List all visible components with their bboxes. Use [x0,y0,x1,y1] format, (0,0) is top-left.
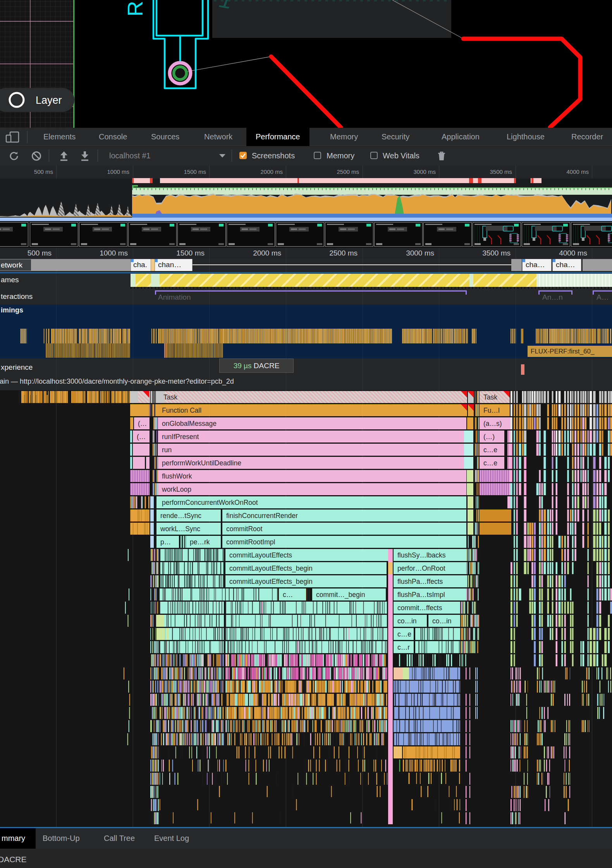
svg-text:c…: c… [283,591,293,599]
svg-text:co…in: co…in [397,617,417,625]
svg-text:commitLayoutEffects_begin: commitLayoutEffects_begin [229,564,313,573]
svg-text:p…: p… [160,538,171,546]
svg-text:co…in: co…in [432,617,452,625]
svg-text:Fu…l: Fu…l [483,407,500,414]
svg-text:c…e: c…e [483,446,497,454]
svg-text:c…e: c…e [483,459,497,467]
svg-text:onGlobalMessage: onGlobalMessage [162,420,217,427]
svg-text:c…r: c…r [397,643,410,651]
svg-text:workLoop: workLoop [162,485,191,493]
svg-text:commit…ffects: commit…ffects [397,604,442,612]
svg-text:performWorkUntilDeadline: performWorkUntilDeadline [162,459,241,467]
svg-text:flushPa…tsImpl: flushPa…tsImpl [397,591,445,599]
svg-text:Task: Task [483,393,497,401]
svg-text:flushSy…lbacks: flushSy…lbacks [397,551,446,559]
svg-text:performConcurrentWorkOnRoot: performConcurrentWorkOnRoot [162,499,258,506]
svg-text:c…e: c…e [397,630,411,638]
svg-text:pe…rk: pe…rk [190,538,210,546]
svg-text:(…: (… [138,420,147,427]
svg-text:flushWork: flushWork [162,472,192,480]
svg-text:commitLayoutEffects: commitLayoutEffects [229,551,292,559]
svg-text:commitRootImpl: commitRootImpl [226,538,275,546]
svg-text:run: run [162,446,172,454]
svg-text:commitLayoutEffects_begin: commitLayoutEffects_begin [229,578,313,586]
svg-text:runIfPresent: runIfPresent [162,433,199,441]
svg-text:Function Call: Function Call [162,407,201,414]
svg-text:commitRoot: commitRoot [226,525,262,533]
svg-text:perfor…OnRoot: perfor…OnRoot [397,564,445,572]
svg-text:workL…Sync: workL…Sync [160,525,200,533]
svg-text:flushPa…ffects: flushPa…ffects [397,578,443,585]
svg-text:Task: Task [163,393,177,401]
svg-text:(a…s): (a…s) [483,420,502,427]
svg-text:(…): (…) [483,433,495,441]
svg-text:(…: (… [137,433,146,441]
svg-text:rende…tSync: rende…tSync [160,512,201,520]
svg-text:commit…_begin: commit…_begin [316,591,365,599]
svg-text:finishConcurrentRender: finishConcurrentRender [226,512,298,520]
